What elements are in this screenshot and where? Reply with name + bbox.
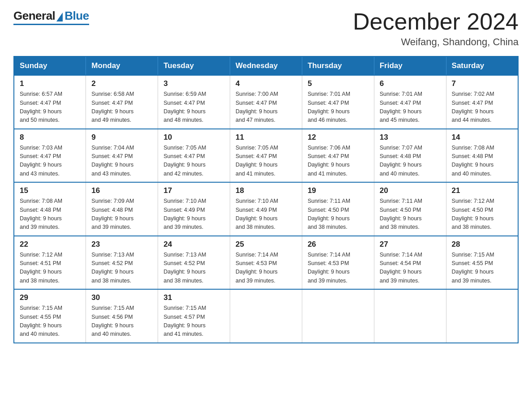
weekday-header-cell: Friday — [374, 56, 446, 75]
day-info: Sunrise: 7:10 AMSunset: 4:49 PMDaylight:… — [163, 197, 224, 232]
calendar-day-cell — [374, 289, 446, 343]
day-info: Sunrise: 7:05 AMSunset: 4:47 PMDaylight:… — [236, 144, 296, 179]
weekday-header-cell: Saturday — [446, 56, 518, 75]
weekday-header-cell: Tuesday — [158, 56, 230, 75]
day-number: 10 — [163, 133, 224, 142]
day-info: Sunrise: 7:08 AMSunset: 4:48 PMDaylight:… — [452, 144, 512, 179]
calendar-day-cell: 5Sunrise: 7:01 AMSunset: 4:47 PMDaylight… — [302, 75, 374, 129]
logo-general-text: General — [13, 9, 55, 23]
day-number: 4 — [236, 79, 296, 88]
day-info: Sunrise: 7:15 AMSunset: 4:57 PMDaylight:… — [163, 304, 224, 339]
calendar-week-row: 29Sunrise: 7:15 AMSunset: 4:55 PMDayligh… — [14, 289, 518, 343]
calendar-day-cell: 12Sunrise: 7:06 AMSunset: 4:47 PMDayligh… — [302, 129, 374, 183]
day-info: Sunrise: 7:09 AMSunset: 4:48 PMDaylight:… — [91, 197, 152, 232]
day-number: 9 — [91, 133, 152, 142]
calendar-day-cell: 19Sunrise: 7:11 AMSunset: 4:50 PMDayligh… — [302, 182, 374, 236]
day-info: Sunrise: 7:03 AMSunset: 4:47 PMDaylight:… — [20, 144, 80, 179]
calendar-day-cell: 1Sunrise: 6:57 AMSunset: 4:47 PMDaylight… — [14, 75, 86, 129]
day-info: Sunrise: 7:01 AMSunset: 4:47 PMDaylight:… — [380, 90, 441, 125]
calendar-body: 1Sunrise: 6:57 AMSunset: 4:47 PMDaylight… — [14, 75, 518, 343]
day-info: Sunrise: 6:57 AMSunset: 4:47 PMDaylight:… — [20, 90, 80, 125]
day-number: 24 — [163, 240, 224, 249]
day-info: Sunrise: 7:08 AMSunset: 4:48 PMDaylight:… — [20, 197, 80, 232]
day-number: 7 — [452, 79, 512, 88]
calendar-day-cell: 30Sunrise: 7:15 AMSunset: 4:56 PMDayligh… — [86, 289, 158, 343]
day-number: 19 — [308, 186, 369, 195]
calendar-day-cell: 28Sunrise: 7:15 AMSunset: 4:55 PMDayligh… — [446, 236, 518, 290]
calendar-week-row: 15Sunrise: 7:08 AMSunset: 4:48 PMDayligh… — [14, 182, 518, 236]
day-info: Sunrise: 7:02 AMSunset: 4:47 PMDaylight:… — [452, 90, 512, 125]
calendar-day-cell: 14Sunrise: 7:08 AMSunset: 4:48 PMDayligh… — [446, 129, 518, 183]
calendar-week-row: 22Sunrise: 7:12 AMSunset: 4:51 PMDayligh… — [14, 236, 518, 290]
day-info: Sunrise: 7:15 AMSunset: 4:55 PMDaylight:… — [452, 251, 512, 286]
day-number: 23 — [91, 240, 152, 249]
calendar-day-cell: 23Sunrise: 7:13 AMSunset: 4:52 PMDayligh… — [86, 236, 158, 290]
day-number: 5 — [308, 79, 369, 88]
calendar-day-cell: 9Sunrise: 7:04 AMSunset: 4:47 PMDaylight… — [86, 129, 158, 183]
title-section: December 2024 Weifang, Shandong, China — [353, 9, 519, 48]
day-number: 31 — [163, 293, 224, 302]
page-header: General Blue December 2024 Weifang, Shan… — [13, 9, 519, 48]
calendar-day-cell: 2Sunrise: 6:58 AMSunset: 4:47 PMDaylight… — [86, 75, 158, 129]
day-number: 28 — [452, 240, 512, 249]
calendar-table: SundayMondayTuesdayWednesdayThursdayFrid… — [13, 56, 519, 343]
logo-blue-text: Blue — [64, 9, 89, 23]
day-number: 14 — [452, 133, 512, 142]
calendar-day-cell: 21Sunrise: 7:12 AMSunset: 4:50 PMDayligh… — [446, 182, 518, 236]
calendar-day-cell — [446, 289, 518, 343]
day-info: Sunrise: 7:14 AMSunset: 4:54 PMDaylight:… — [380, 251, 441, 286]
day-number: 16 — [91, 186, 152, 195]
day-info: Sunrise: 7:14 AMSunset: 4:53 PMDaylight:… — [236, 251, 296, 286]
day-number: 25 — [236, 240, 296, 249]
day-number: 8 — [20, 133, 80, 142]
day-info: Sunrise: 7:07 AMSunset: 4:48 PMDaylight:… — [380, 144, 441, 179]
month-year-title: December 2024 — [353, 9, 519, 34]
calendar-day-cell: 27Sunrise: 7:14 AMSunset: 4:54 PMDayligh… — [374, 236, 446, 290]
day-number: 26 — [308, 240, 369, 249]
day-number: 21 — [452, 186, 512, 195]
day-info: Sunrise: 6:59 AMSunset: 4:47 PMDaylight:… — [163, 90, 224, 125]
weekday-header-cell: Monday — [86, 56, 158, 75]
day-number: 1 — [20, 79, 80, 88]
day-info: Sunrise: 7:05 AMSunset: 4:47 PMDaylight:… — [163, 144, 224, 179]
weekday-header-row: SundayMondayTuesdayWednesdayThursdayFrid… — [14, 56, 518, 75]
day-info: Sunrise: 7:14 AMSunset: 4:53 PMDaylight:… — [308, 251, 369, 286]
day-info: Sunrise: 7:04 AMSunset: 4:47 PMDaylight:… — [91, 144, 152, 179]
location-subtitle: Weifang, Shandong, China — [353, 36, 519, 48]
calendar-day-cell: 6Sunrise: 7:01 AMSunset: 4:47 PMDaylight… — [374, 75, 446, 129]
day-info: Sunrise: 7:11 AMSunset: 4:50 PMDaylight:… — [308, 197, 369, 232]
logo: General Blue — [13, 9, 89, 25]
calendar-day-cell: 18Sunrise: 7:10 AMSunset: 4:49 PMDayligh… — [230, 182, 302, 236]
calendar-day-cell: 22Sunrise: 7:12 AMSunset: 4:51 PMDayligh… — [14, 236, 86, 290]
day-number: 15 — [20, 186, 80, 195]
weekday-header-cell: Sunday — [14, 56, 86, 75]
day-info: Sunrise: 7:01 AMSunset: 4:47 PMDaylight:… — [308, 90, 369, 125]
day-info: Sunrise: 7:15 AMSunset: 4:56 PMDaylight:… — [91, 304, 152, 339]
day-number: 18 — [236, 186, 296, 195]
day-info: Sunrise: 6:58 AMSunset: 4:47 PMDaylight:… — [91, 90, 152, 125]
day-number: 6 — [380, 79, 441, 88]
day-info: Sunrise: 7:10 AMSunset: 4:49 PMDaylight:… — [236, 197, 296, 232]
calendar-day-cell: 13Sunrise: 7:07 AMSunset: 4:48 PMDayligh… — [374, 129, 446, 183]
day-number: 11 — [236, 133, 296, 142]
calendar-week-row: 1Sunrise: 6:57 AMSunset: 4:47 PMDaylight… — [14, 75, 518, 129]
calendar-day-cell: 4Sunrise: 7:00 AMSunset: 4:47 PMDaylight… — [230, 75, 302, 129]
day-number: 3 — [163, 79, 224, 88]
weekday-header-cell: Thursday — [302, 56, 374, 75]
calendar-day-cell: 24Sunrise: 7:13 AMSunset: 4:52 PMDayligh… — [158, 236, 230, 290]
day-number: 20 — [380, 186, 441, 195]
day-number: 12 — [308, 133, 369, 142]
day-info: Sunrise: 7:15 AMSunset: 4:55 PMDaylight:… — [20, 304, 80, 339]
day-number: 30 — [91, 293, 152, 302]
day-number: 2 — [91, 79, 152, 88]
calendar-day-cell: 20Sunrise: 7:11 AMSunset: 4:50 PMDayligh… — [374, 182, 446, 236]
calendar-day-cell: 3Sunrise: 6:59 AMSunset: 4:47 PMDaylight… — [158, 75, 230, 129]
day-info: Sunrise: 7:06 AMSunset: 4:47 PMDaylight:… — [308, 144, 369, 179]
day-info: Sunrise: 7:00 AMSunset: 4:47 PMDaylight:… — [236, 90, 296, 125]
calendar-day-cell: 17Sunrise: 7:10 AMSunset: 4:49 PMDayligh… — [158, 182, 230, 236]
day-info: Sunrise: 7:11 AMSunset: 4:50 PMDaylight:… — [380, 197, 441, 232]
calendar-day-cell — [302, 289, 374, 343]
weekday-header-cell: Wednesday — [230, 56, 302, 75]
calendar-day-cell — [230, 289, 302, 343]
calendar-day-cell: 7Sunrise: 7:02 AMSunset: 4:47 PMDaylight… — [446, 75, 518, 129]
